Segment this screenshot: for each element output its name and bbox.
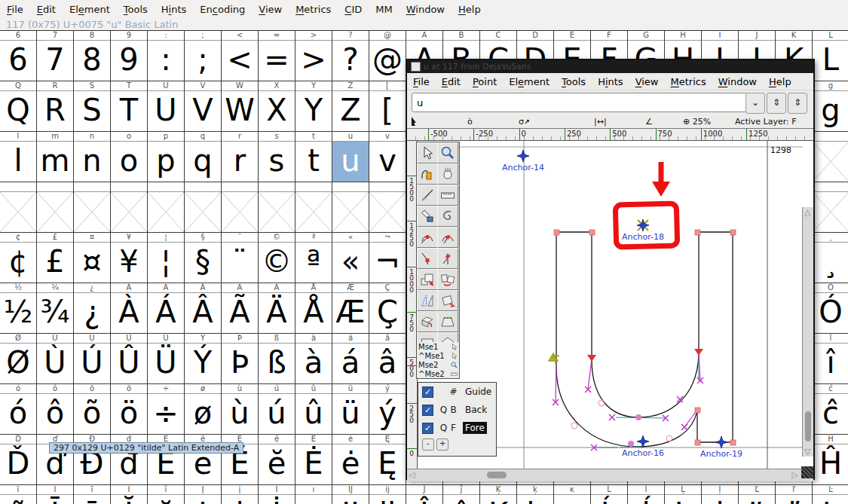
glyph-cell-¨[interactable]: ¨¨ [222,233,259,283]
anchor-point[interactable] [715,436,727,448]
anchor-point[interactable] [637,435,649,447]
glyph-cell-Ĳ[interactable]: ĲĲ [332,485,369,504]
knife-tool[interactable] [417,185,438,206]
glyph-cell-ĸ[interactable]: ĸĸ [554,485,591,504]
menu-item-file[interactable]: File [407,75,436,88]
glyph-cell-ı[interactable]: ıı [295,485,332,504]
editor-titlebar[interactable]: u at 117 from DejaVuSans [407,60,813,73]
glyph-cell-Ī[interactable]: ĪĪ [37,485,74,504]
glyph-cell-v[interactable]: vv [369,132,406,182]
glyph-cell-s[interactable]: ss [259,132,295,182]
scroll-up-icon[interactable]: △ [804,207,810,217]
glyph-cell-ý[interactable]: ýý [369,384,406,435]
layer-name-guide[interactable]: Guide [463,386,494,398]
horizontal-scroll-thumb[interactable] [487,472,507,478]
glyph-cell-ĺ[interactable]: ĺĺ [628,485,665,504]
menu-item-window[interactable]: Window [712,75,763,88]
glyph-cell-7[interactable]: 77 [37,31,74,81]
glyph-cell-ß[interactable]: ßß [259,334,295,384]
glyph-cell-©[interactable]: ©© [259,233,295,283]
glyph-cell-Ĭ[interactable]: ĬĬ [111,485,148,504]
glyph-cell-¸[interactable]: ¸¸ [813,233,848,283]
glyph-cell-Û[interactable]: ÛÛ [111,334,148,384]
glyph-cell-W[interactable]: WW [222,81,259,132]
glyph-cell-Ü[interactable]: ÜÜ [148,334,185,384]
glyph-cell-¿[interactable]: ¿¿ [74,283,111,334]
glyph-cell-Į[interactable]: ĮĮ [185,485,222,504]
glyph-cell-n[interactable]: nn [74,132,111,182]
tangent-point-tool[interactable] [437,248,458,269]
anchor-layer[interactable]: Anchor-14Anchor-18Anchor-16Anchor-19 [502,150,742,459]
scroll-left-icon[interactable]: ◁ [409,470,415,480]
glyph-cell-£[interactable]: ££ [37,233,74,283]
scale-tool[interactable] [417,269,438,290]
glyph-cell->[interactable]: >> [295,31,332,81]
freehand-tool[interactable] [417,163,438,185]
menu-item-hints[interactable]: Hints [155,2,194,17]
glyph-cell-ļ[interactable]: ļļ [702,485,739,504]
scroll-hand-tool[interactable] [437,163,458,185]
glyph-cell-Ď[interactable]: ĎĎ [0,435,37,485]
glyph-cell-l[interactable]: ll [0,132,37,182]
scroll-down-icon[interactable]: ▽ [804,447,810,457]
glyph-cell-?[interactable]: ?? [332,31,369,81]
add-layer-button[interactable]: + [436,438,448,451]
menu-item-encoding[interactable]: Encoding [193,2,252,17]
glyph-cell-¦[interactable]: ¦¦ [148,233,185,283]
glyph-cell-Ý[interactable]: ÝÝ [185,334,222,384]
glyph-cell-î[interactable]: îî [813,334,848,384]
glyph-cell-Å[interactable]: ÅÅ [295,283,332,334]
perspective-tool[interactable] [437,311,458,332]
glyph-cell-r[interactable]: rr [222,132,259,182]
menu-item-edit[interactable]: Edit [436,75,467,88]
glyph-cell-ĩ[interactable]: ĩĩ [0,485,37,504]
layer-name-fore[interactable]: Fore [463,422,487,434]
glyph-cell-U[interactable]: UU [148,81,185,132]
glyph-cell-À[interactable]: ÀÀ [111,283,148,334]
menu-item-metrics[interactable]: Metrics [665,75,712,88]
glyph-cell-Ŀ[interactable]: ĿĿ [813,485,848,504]
pointer-tool[interactable] [417,142,438,163]
menu-item-point[interactable]: Point [467,75,503,88]
glyph-cell-Á[interactable]: ÁÁ [148,283,185,334]
menu-item-view[interactable]: View [252,2,289,17]
menu-item-window[interactable]: Window [400,2,452,17]
glyph-dropdown-button[interactable]: ⌄ [745,93,765,114]
menu-item-tools[interactable]: Tools [117,2,155,17]
glyph-cell-R[interactable]: RR [37,81,74,132]
layer-visibility-checkbox[interactable]: ✓ [422,423,433,434]
glyph-cell-empty[interactable] [111,182,148,233]
curve-point-markers[interactable] [571,400,672,447]
glyph-cell-¾[interactable]: ¾¾ [37,283,74,334]
glyph-cell-u[interactable]: uu [332,132,369,182]
layer-visibility-checkbox[interactable]: ✓ [422,386,433,398]
glyph-cell-Q[interactable]: QQ [0,81,37,132]
glyph-cell-p[interactable]: pp [148,132,185,182]
menu-item-mm[interactable]: MM [369,2,399,17]
glyph-cell-Ķ[interactable]: ĶĶ [480,485,517,504]
remove-layer-button[interactable]: - [422,438,434,451]
menu-item-metrics[interactable]: Metrics [289,2,338,17]
ruler-tool[interactable] [437,185,458,206]
prev-glyph-button[interactable]: ⇕ [767,93,786,114]
glyph-cell-û[interactable]: ûû [295,384,332,435]
magnify-tool[interactable] [437,142,458,163]
glyph-cell-@[interactable]: @@ [369,31,406,81]
resize-grip-icon[interactable] [801,466,813,478]
glyph-cell-ĉ[interactable]: ĉĉ [813,384,848,435]
glyph-cell-Ĥ[interactable]: ĤĤ [813,435,848,485]
glyph-cell-§[interactable]: §§ [185,233,222,283]
skew-tool[interactable] [417,290,438,311]
horizontal-ruler[interactable]: -500-250025050075010001250 [407,128,813,141]
glyph-cell-ô[interactable]: ôô [37,384,74,435]
glyph-cell-ó[interactable]: óó [0,384,37,435]
glyph-cell-Ĵ[interactable]: ĴĴ [406,485,443,504]
menu-item-view[interactable]: View [629,75,665,88]
glyph-cell-Y[interactable]: YY [295,81,332,132]
glyph-cell-İ[interactable]: İİ [259,485,295,504]
glyph-cell-Ä[interactable]: ÄÄ [259,283,295,334]
glyph-cell-Ė[interactable]: ĖĖ [295,435,332,485]
glyph-cell-Ù[interactable]: ÙÙ [37,334,74,384]
vertical-scrollbar[interactable]: △ ▽ [802,207,813,457]
glyph-cell-t[interactable]: tt [295,132,332,182]
